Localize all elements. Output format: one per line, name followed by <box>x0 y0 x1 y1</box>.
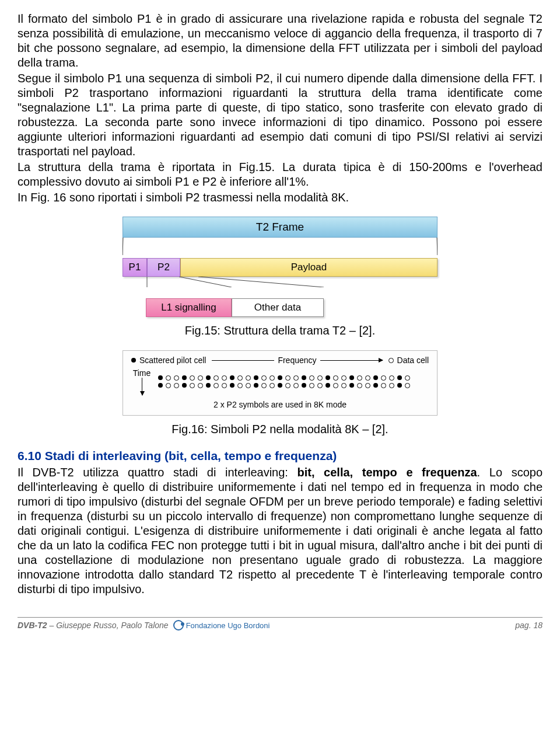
fub-logo-text: Fondazione Ugo Bordoni <box>186 621 270 630</box>
fig16-cell-grid <box>158 375 410 388</box>
data-cell-icon <box>388 358 394 363</box>
fig15-p1: P1 <box>123 258 147 277</box>
fig15-row-lower: L1 signalling Other data <box>146 298 324 317</box>
footer-dvb: DVB-T2 – Giuseppe Russo, Paolo Talone <box>18 621 169 630</box>
fub-logo: Fondazione Ugo Bordoni <box>173 620 270 630</box>
fig16-frequency-arrow: Frequency <box>212 356 382 365</box>
section-body-pre: Il DVB-T2 utilizza quattro stadi di inte… <box>18 466 298 479</box>
fig15-l1sig: L1 signalling <box>146 298 232 317</box>
svg-line-6 <box>198 277 324 287</box>
paragraph-2: Segue il simbolo P1 una sequenza di simb… <box>18 71 542 159</box>
fig16-cell-row-1 <box>158 375 410 381</box>
section-6-10-body: Il DVB-T2 utilizza quattro stadi di inte… <box>18 465 542 597</box>
fig16-cell-row-2 <box>158 383 410 388</box>
fig16-time-axis: Time <box>131 368 152 395</box>
fig15-other: Other data <box>232 298 324 317</box>
time-arrow-icon <box>142 378 142 395</box>
paragraph-3: La struttura della trama è riportata in … <box>18 160 542 189</box>
figure-16: Scattered pilot cell Frequency Data cell… <box>18 350 542 416</box>
fig15-caption: Fig.15: Struttura della trama T2 – [2]. <box>18 324 542 337</box>
footer-page-number: pag. 18 <box>515 621 542 630</box>
fig15-connector-bottom <box>123 277 438 287</box>
fig16-datacell-label: Data cell <box>397 356 429 365</box>
figure-15: T2 Frame P1 P2 Payload L1 signalling Oth… <box>18 217 542 317</box>
fig16-legend-data: Data cell <box>388 356 429 365</box>
fig16-frequency-label: Frequency <box>274 356 320 365</box>
page: Il formato del simbolo P1 è in grado di … <box>0 0 560 636</box>
fig15-p2: P2 <box>147 258 180 277</box>
fig16-note: 2 x P2 symbols are used in 8K mode <box>131 400 429 409</box>
scattered-pilot-icon <box>131 358 136 363</box>
fig16-caption: Fig.16: Simboli P2 nella modalità 8K – [… <box>18 423 542 436</box>
fig15-t2frame: T2 Frame <box>123 217 438 238</box>
fig15-connector-top <box>123 238 438 255</box>
section-6-10-title: 6.10 Stadi di interleaving (bit, cella, … <box>18 449 542 463</box>
fig16-scattered-label: Scattered pilot cell <box>139 356 206 365</box>
fig15-row-main: P1 P2 Payload <box>123 258 438 277</box>
section-body-bold: bit, cella, tempo e frequenza <box>298 466 477 479</box>
paragraph-1: Il formato del simbolo P1 è in grado di … <box>18 12 542 70</box>
fig15-payload: Payload <box>180 258 438 277</box>
fub-logo-icon <box>173 620 184 630</box>
paragraph-4: In Fig. 16 sono riportati i simboli P2 t… <box>18 190 542 205</box>
fig16-time-label: Time <box>133 368 151 378</box>
fig16-legend-scattered: Scattered pilot cell <box>131 356 206 365</box>
section-body-post: . Lo scopo dell'interleaving è quello di… <box>18 466 542 595</box>
svg-line-5 <box>179 277 232 287</box>
page-footer: DVB-T2 – Giuseppe Russo, Paolo Talone Fo… <box>18 617 542 630</box>
